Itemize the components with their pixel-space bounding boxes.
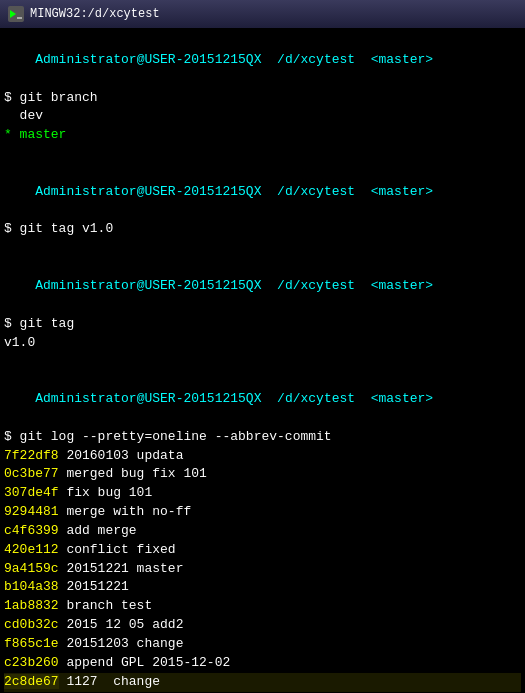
log-line-10: cd0b32c 2015 12 05 add2	[4, 616, 521, 635]
cmd-line-4: $ git log --pretty=oneline --abbrev-comm…	[4, 428, 521, 447]
prompt-line-2: Administrator@USER-20151215QX /d/xcytest…	[4, 164, 521, 221]
blank-1	[4, 145, 521, 164]
log-line-13-highlight: 2c8de67 1127 change	[4, 673, 521, 692]
terminal-icon	[8, 6, 24, 22]
log-line-4: 9294481 merge with no-ff	[4, 503, 521, 522]
log-line-5: c4f6399 add merge	[4, 522, 521, 541]
svg-rect-2	[17, 17, 22, 19]
log-line-6: 420e112 conflict fixed	[4, 541, 521, 560]
title-bar: MINGW32:/d/xcytest	[0, 0, 525, 28]
prompt-path-1: /d/xcytest	[277, 52, 355, 67]
log-line-9: 1ab8832 branch test	[4, 597, 521, 616]
cmd-line-3: $ git tag	[4, 315, 521, 334]
terminal-body: Administrator@USER-20151215QX /d/xcytest…	[0, 28, 525, 693]
output-tag-v1: v1.0	[4, 334, 521, 353]
log-line-3: 307de4f fix bug 101	[4, 484, 521, 503]
prompt-line-4: Administrator@USER-20151215QX /d/xcytest…	[4, 371, 521, 428]
output-dev: dev	[4, 107, 521, 126]
prompt-line-1: Administrator@USER-20151215QX /d/xcytest…	[4, 32, 521, 89]
prompt-line-3: Administrator@USER-20151215QX /d/xcytest…	[4, 258, 521, 315]
window-title: MINGW32:/d/xcytest	[30, 7, 160, 21]
log-line-1: 7f22df8 20160103 updata	[4, 447, 521, 466]
output-master: * master	[4, 126, 521, 145]
log-line-12: c23b260 append GPL 2015-12-02	[4, 654, 521, 673]
log-line-7: 9a4159c 20151221 master	[4, 560, 521, 579]
log-line-2: 0c3be77 merged bug fix 101	[4, 465, 521, 484]
cmd-line-2: $ git tag v1.0	[4, 220, 521, 239]
prompt-user-1: Administrator@USER-20151215QX	[35, 52, 261, 67]
log-line-11: f865c1e 20151203 change	[4, 635, 521, 654]
blank-2	[4, 239, 521, 258]
log-line-8: b104a38 20151221	[4, 578, 521, 597]
blank-3	[4, 352, 521, 371]
cmd-line-1: $ git branch	[4, 89, 521, 108]
